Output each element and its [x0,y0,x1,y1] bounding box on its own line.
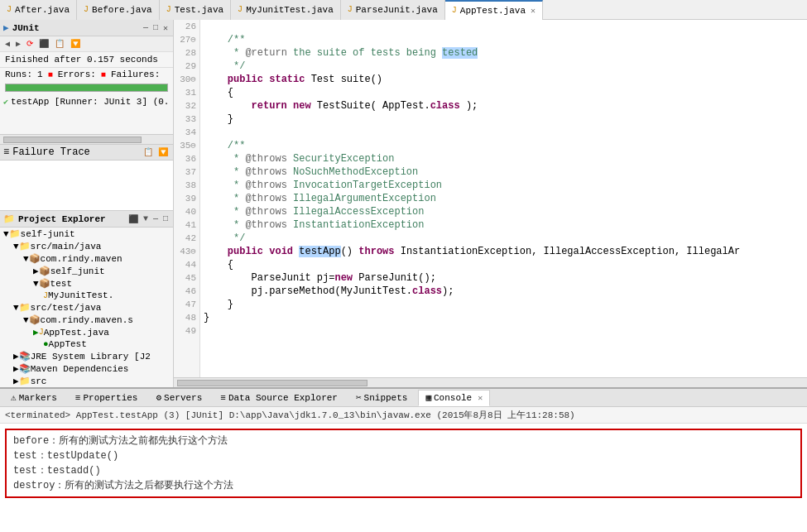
folder-icon: 📁 [3,213,15,224]
tree-item-src[interactable]: ▶ 📁 src [0,375,173,387]
bottom-content: <terminated> AppTest.testApp (3) [JUnit]… [0,407,807,532]
test-item[interactable]: ✔ testApp [Runner: JUnit 3] (0. [0,96,173,108]
code-line-33: } [204,113,804,126]
tree-item-selfjunit-pkg-label: self_junit [50,266,105,276]
console-line-4: destroy：所有的测试方法之后都要执行这个方法 [13,478,794,493]
tree-item-srcmainjava[interactable]: ▼ 📁 src/main/java [0,240,173,252]
junit-title: ▶ JUnit [3,22,40,33]
package-icon1: 📦 [29,253,41,264]
tab-before-java[interactable]: J Before.java [77,0,160,20]
tree-item-myjunittest[interactable]: J MyJunitTest. [0,290,173,301]
editor-tabs: J After.java J Before.java J Test.java J… [0,0,807,20]
code-line-46: pj.parseMethod(MyJunitTest.class); [204,285,804,298]
explorer-toolbar-btn2[interactable]: ▼ [142,213,150,225]
explorer-content[interactable]: ▼ 📁 self-junit ▼ 📁 src/main/java ▼ 📦 com… [0,228,173,387]
tab-console-label: Console [434,393,472,403]
code-line-37: * @throws NoSuchMethodException [204,165,804,179]
markers-icon: ⚠ [11,392,17,403]
tab-console[interactable]: ▦ Console ✕ [418,390,490,406]
tree-item-srctestjava-label: src/test/java [31,303,102,313]
code-scrollbar-h[interactable] [174,377,807,387]
prev-button[interactable]: ◀ [3,38,12,50]
console-close-icon[interactable]: ✕ [478,393,483,403]
maximize-button[interactable]: □ [151,22,160,34]
test-folder-icon: 📁 [19,302,31,313]
line-33: 33 [177,113,196,126]
line-40: 40 [177,205,196,218]
history-button[interactable]: 📋 [53,38,66,50]
arrow-right-icon: ▶ [33,266,39,276]
console-line-2: test：testUpdate() [13,448,794,463]
trace-filter-button[interactable]: 🔽 [156,146,170,158]
tree-item-srctestjava[interactable]: ▼ 📁 src/test/java [0,301,173,314]
tab-myjunit-java[interactable]: J MyJunitTest.java [231,0,341,20]
tab-markers[interactable]: ⚠ Markers [3,390,65,406]
trace-copy-button[interactable]: 📋 [142,146,155,158]
tab-apptest-java[interactable]: J AppTest.java ✕ [445,0,543,20]
tab-datasource[interactable]: ≡ Data Source Explorer [213,390,345,406]
code-container[interactable]: 26 27⊖ 28 29 30⊖ 31 32 33 34 35⊖ 36 37 3… [174,20,807,377]
junit-scrollbar-h[interactable] [0,134,173,144]
tree-item-test-pkg[interactable]: ▼ 📦 test [0,277,173,290]
tab-test-java[interactable]: J Test.java [160,0,231,20]
next-button[interactable]: ▶ [14,38,22,50]
tree-item-maven-dep[interactable]: ▶ 📚 Maven Dependencies [0,362,173,375]
java-file-icon5: J [348,5,353,14]
stop-button[interactable]: ⬛ [37,38,50,50]
datasource-icon: ≡ [220,393,226,403]
tree-item-selfjunit[interactable]: ▼ 📁 self-junit [0,228,173,240]
line-31: 31 [177,86,196,99]
java-file-icon3: J [166,5,171,14]
code-line-35: /** [204,139,804,152]
code-line-44: { [204,258,804,271]
tree-item-apptest-file[interactable]: ▶ J AppTest.java [0,326,173,338]
tree-item-selfjunit-pkg[interactable]: ▶ 📦 self_junit [0,265,173,277]
tree-item-src-label: src [31,376,47,386]
tree-item-label: self-junit [21,229,75,239]
line-43: 43⊖ [177,245,196,258]
tab-snippets[interactable]: ✂ Snippets [348,390,415,406]
code-line-26 [204,20,804,33]
line-32: 32 [177,99,196,113]
servers-icon: ⚙ [156,392,161,403]
explorer-maximize-button[interactable]: □ [161,213,170,225]
filter-button[interactable]: 🔽 [69,38,82,50]
close-junit-button[interactable]: ✕ [161,22,170,34]
tree-item-com-rindy[interactable]: ▼ 📦 com.rindy.maven [0,252,173,265]
rerun-button[interactable]: ⟳ [25,38,35,50]
tree-item-com-rindy-s[interactable]: ▼ 📦 com.rindy.maven.s [0,314,173,326]
lib-icon2: 📚 [19,363,31,374]
close-icon[interactable]: ✕ [531,6,536,16]
tab-parsejunit-java[interactable]: J ParseJunit.java [341,0,445,20]
minimize-button[interactable]: — [142,22,150,34]
code-line-49 [204,324,804,338]
explorer-toolbar-btn1[interactable]: ⬛ [127,213,140,225]
tab-servers[interactable]: ⚙ Servers [148,390,209,406]
explorer-title: 📁 Project Explorer [3,213,106,224]
tab-properties[interactable]: ≡ Properties [68,390,146,406]
tree-item-jre[interactable]: ▶ 📚 JRE System Library [J2 [0,350,173,362]
arrow-down-icon6: ▼ [23,315,29,325]
test-pass-icon: ✔ [3,97,8,107]
bottom-tabs: ⚠ Markers ≡ Properties ⚙ Servers ≡ Data … [0,389,807,407]
tree-item-apptest-class[interactable]: ● AppTest [0,338,173,350]
test-tree[interactable]: ✔ testApp [Runner: JUnit 3] (0. [0,94,173,134]
runs-label: Runs: [5,69,32,79]
tab-snippets-label: Snippets [364,393,408,403]
console-header: <terminated> AppTest.testApp (3) [JUnit]… [0,407,807,424]
tab-test-java-label: Test.java [175,5,223,15]
code-line-30: public static Test suite() [204,73,804,86]
tab-after-java[interactable]: J After.java [0,0,77,20]
arrow-down-icon4: ▼ [33,279,39,289]
line-26: 26 [177,20,196,33]
junit-runs: Runs: 1 ■ Errors: ■ Failures: [0,68,173,81]
tab-after-java-label: After.java [15,5,70,15]
errors-label: Errors: [58,69,96,79]
line-34: 34 [177,126,196,139]
test-item-label: testApp [Runner: JUnit 3] (0. [11,97,169,107]
explorer-minimize-button[interactable]: — [151,213,160,225]
tree-item-com-rindy-s-label: com.rindy.maven.s [41,315,133,325]
junit-toolbar: — □ ✕ [142,22,170,34]
line-41: 41 [177,218,196,232]
tab-before-java-label: Before.java [92,5,152,15]
